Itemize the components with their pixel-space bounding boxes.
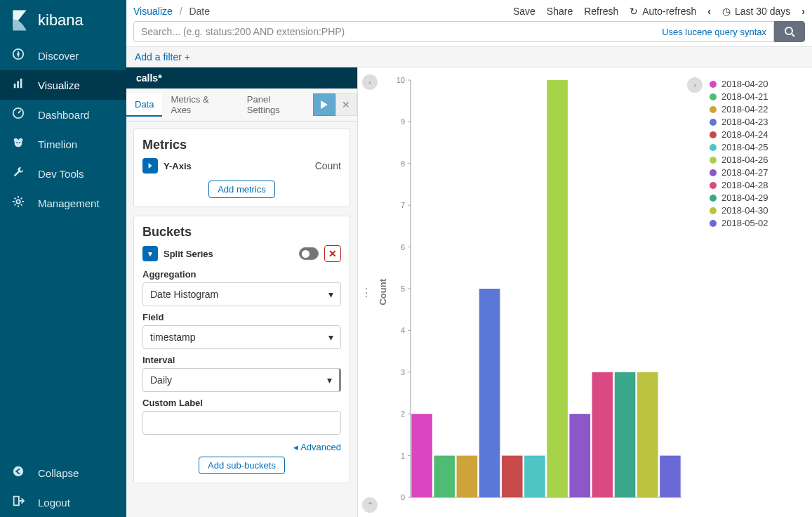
lucene-hint[interactable]: Uses lucene query syntax [662,27,766,37]
play-icon [320,100,328,109]
aggregation-label: Aggregation [142,269,341,280]
custom-label-label: Custom Label [142,398,341,408]
add-filter-link[interactable]: Add a filter + [135,51,190,63]
search-button[interactable] [774,21,805,42]
legend-item[interactable]: 2018-04-22 [710,104,806,114]
field-select[interactable]: timestamp ▾ [142,325,341,349]
legend-item[interactable]: 2018-04-20 [710,79,806,89]
bar[interactable] [615,372,636,497]
legend-item[interactable]: 2018-05-02 [710,218,806,228]
bar[interactable] [434,456,455,497]
nav-item-visualize[interactable]: Visualize [0,70,126,100]
advanced-link[interactable]: ◂ Advanced [142,442,341,452]
interval-select[interactable]: Daily ▾ [142,368,341,392]
chevron-left-icon: ‹ [368,78,371,86]
breadcrumb-section[interactable]: Visualize [133,6,173,17]
legend-item[interactable]: 2018-04-26 [710,155,806,165]
aggregation-select[interactable]: Date Histogram ▾ [142,282,341,306]
wrench-icon [12,166,25,178]
top-actions: Save Share Refresh ↻ Auto-refresh ‹ ◷ La… [513,6,805,17]
breadcrumb: Visualize / Date [133,6,513,17]
legend-item[interactable]: 2018-04-29 [710,192,806,203]
legend-item[interactable]: 2018-04-30 [710,205,806,216]
brand[interactable]: kibana [0,0,126,41]
tab-panel-settings[interactable]: Panel Settings [239,89,313,121]
metric-row: Y-Axis Count [142,158,341,174]
nav-item-management[interactable]: Management [0,188,126,218]
svg-text:8: 8 [401,159,405,168]
config-panel: calls* Data Metrics & Axes Panel Setting… [126,67,358,517]
tab-data[interactable]: Data [126,93,162,117]
metric-value: Count [315,160,341,171]
chart-panel: ‹ ⌃ ⋮ Count 012345678910 › 2018-04-20201… [358,67,812,517]
legend-item[interactable]: 2018-04-27 [710,167,806,178]
chevron-down-icon: ▾ [328,289,333,300]
nav-item-dev-tools[interactable]: Dev Tools [0,159,126,188]
search-input[interactable] [141,26,655,37]
legend-dot-icon [710,131,717,138]
timerange-prev[interactable]: ‹ [707,6,711,17]
save-action[interactable]: Save [513,6,535,17]
exit-icon [12,495,25,507]
svg-point-12 [13,466,23,476]
brand-text: kibana [38,11,84,30]
custom-label-input[interactable] [142,411,341,435]
interval-label: Interval [142,355,341,365]
svg-text:6: 6 [401,243,405,251]
nav-item-timelion[interactable]: Timelion [0,129,126,159]
y-axis-label: Count [378,279,388,306]
collapse-panel-toggle[interactable]: ‹ [362,74,378,90]
panel-options-handle[interactable]: ⋮ [361,286,372,299]
bucket-enable-toggle[interactable] [299,247,319,260]
bar[interactable] [637,372,658,497]
refresh-action[interactable]: Refresh [584,6,618,17]
add-metrics-button[interactable]: Add metrics [208,181,275,198]
timerange[interactable]: ◷ Last 30 days [722,6,790,17]
discard-button[interactable]: ✕ [335,93,357,116]
bucket-remove-button[interactable]: ✕ [324,245,341,262]
chevron-right-icon: › [693,81,696,89]
timerange-next[interactable]: › [801,6,805,17]
caret-left-icon: ◂ [293,442,300,452]
add-sub-buckets-button[interactable]: Add sub-buckets [199,457,285,474]
legend-dot-icon [710,157,717,164]
legend-item[interactable]: 2018-04-28 [710,180,806,190]
panel-tabs: Data Metrics & Axes Panel Settings ✕ [126,89,357,122]
apply-button[interactable] [313,93,335,116]
legend-toggle[interactable]: › [687,77,703,93]
nav-item-dashboard[interactable]: Dashboard [0,100,126,129]
autorefresh-action[interactable]: ↻ Auto-refresh [630,6,696,17]
search-input-wrap: Uses lucene query syntax [133,21,774,42]
tab-metrics-axes[interactable]: Metrics & Axes [162,89,238,121]
svg-text:7: 7 [401,201,405,209]
footer-item-logout[interactable]: Logout [0,487,126,517]
bar[interactable] [479,289,500,497]
bar[interactable] [660,456,681,497]
filter-bar: Add a filter + [126,46,812,67]
legend-item[interactable]: 2018-04-21 [710,91,806,102]
bar[interactable] [547,80,568,497]
bar-chart: 012345678910 [391,76,686,504]
footer-item-collapse[interactable]: Collapse [0,458,126,487]
svg-rect-13 [14,497,19,506]
metric-toggle[interactable] [142,158,158,174]
expand-panel-toggle[interactable]: ⌃ [362,497,378,513]
legend-item[interactable]: 2018-04-23 [710,117,806,127]
nav-item-discover[interactable]: Discover [0,41,126,70]
bucket-label: Split Series [164,249,293,259]
bar[interactable] [502,456,523,497]
bar[interactable] [411,414,432,497]
chevron-down-icon: ▾ [328,332,333,343]
index-pattern-title[interactable]: calls* [126,67,357,89]
svg-text:0: 0 [401,493,405,502]
nav-label: Discover [38,50,79,62]
bar[interactable] [524,456,545,497]
share-action[interactable]: Share [547,6,573,17]
legend-item[interactable]: 2018-04-25 [710,142,806,152]
legend-item[interactable]: 2018-04-24 [710,129,806,140]
svg-text:9: 9 [401,117,405,126]
bar[interactable] [592,372,613,497]
bar[interactable] [569,414,590,497]
bucket-toggle[interactable]: ▼ [142,246,158,261]
bar[interactable] [457,456,478,497]
